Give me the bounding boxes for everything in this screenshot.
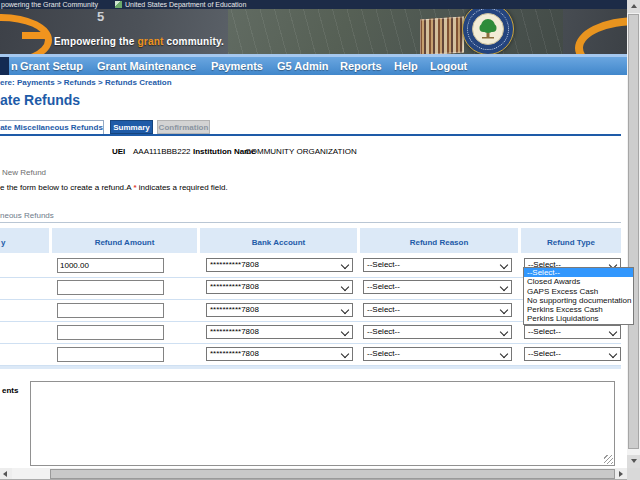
refund-type-select[interactable]: --Select--	[524, 347, 621, 361]
banner-top-strip: powering the Grant Community United Stat…	[0, 0, 627, 9]
tab-summary[interactable]: Summary	[110, 120, 153, 134]
nav-item-help[interactable]: Help	[394, 57, 418, 75]
arrow-up-icon	[631, 4, 637, 8]
refund-reason-select[interactable]: --Select--	[363, 347, 512, 361]
scroll-right-button[interactable]	[615, 468, 627, 479]
col-header-bank-account: Bank Account	[200, 228, 357, 253]
col-header-refund-amount: Refund Amount	[52, 228, 197, 253]
institution-name-value: COMMUNITY ORGANIZATION	[245, 147, 357, 156]
col-header-cut: y	[0, 228, 49, 253]
nav-item-grant-setup[interactable]: Grant Setup	[20, 57, 83, 75]
dropdown-option[interactable]: --Select--	[524, 268, 633, 277]
nav-item-reports[interactable]: Reports	[340, 57, 382, 75]
chevron-down-icon	[341, 350, 349, 358]
bank-account-select[interactable]: **********7808	[206, 347, 353, 361]
dropdown-option[interactable]: GAPS Excess Cash	[524, 287, 633, 296]
scroll-down-button[interactable]	[627, 455, 640, 468]
breadcrumb: ere: Payments > Refunds > Refunds Creati…	[0, 78, 172, 87]
comments-textarea[interactable]	[30, 381, 615, 466]
chevron-down-icon	[341, 306, 349, 314]
grid-bottom-bar	[0, 366, 621, 369]
tab-confirmation: Confirmation	[157, 120, 210, 134]
banner: powering the Grant Community United Stat…	[0, 0, 627, 57]
scroll-up-button[interactable]	[627, 0, 640, 13]
chevron-down-icon	[609, 350, 617, 358]
banner-left-panel: 5 Empowering the grant community.	[0, 9, 228, 54]
arrow-down-icon	[631, 459, 637, 463]
chevron-down-icon	[500, 306, 508, 314]
refund-amount-input[interactable]	[57, 280, 164, 295]
chevron-down-icon	[341, 283, 349, 291]
banner-image: 5 Empowering the grant community.	[0, 9, 627, 54]
arrow-left-icon	[3, 471, 7, 477]
chevron-down-icon	[609, 328, 617, 336]
form-hint: e the form below to create a refund.A * …	[0, 183, 228, 192]
nav-left-block	[0, 57, 9, 75]
refund-reason-select[interactable]: --Select--	[363, 303, 512, 317]
vertical-scrollbar-thumb[interactable]	[628, 14, 639, 449]
refund-reason-select[interactable]: --Select--	[363, 258, 512, 272]
nav-item-logout[interactable]: Logout	[430, 57, 467, 75]
refund-amount-input[interactable]	[57, 325, 164, 340]
miscellaneous-refunds-title: neous Refunds	[0, 211, 54, 220]
banner-doe-text: United States Department of Education	[125, 0, 246, 9]
new-refund-section-title: New Refund	[2, 168, 46, 177]
refund-amount-input[interactable]	[57, 347, 164, 362]
comments-label: ents	[2, 386, 18, 395]
nav-item-grant-maintenance[interactable]: Grant Maintenance	[97, 57, 196, 75]
scroll-left-button[interactable]	[0, 468, 12, 479]
banner-community-text: powering the Grant Community	[1, 0, 98, 9]
refund-amount-input[interactable]	[57, 303, 164, 318]
bank-account-select[interactable]: **********7808	[206, 325, 353, 339]
tab-underline	[0, 134, 621, 136]
nav-item-main-cut[interactable]: n	[11, 57, 18, 75]
col-header-refund-reason: Refund Reason	[360, 228, 518, 253]
textarea-resize-grip-icon[interactable]	[604, 455, 613, 464]
g5-logo-crossbar	[22, 32, 47, 39]
chevron-down-icon	[500, 261, 508, 269]
page-title: ate Refunds	[0, 92, 80, 108]
chevron-down-icon	[500, 328, 508, 336]
department-of-education-seal-icon	[462, 9, 514, 54]
bank-account-select[interactable]: **********7808	[206, 280, 353, 294]
vertical-scrollbar[interactable]	[627, 0, 640, 468]
dropdown-option[interactable]: Perkins Liquidations	[524, 314, 633, 323]
arrow-right-icon	[619, 471, 623, 477]
horizontal-scrollbar-thumb[interactable]	[50, 469, 615, 479]
uei-value: AAA111BBB222	[133, 147, 191, 156]
tab-create-miscellaneous-refunds[interactable]: ate Miscellaneous Refunds	[0, 120, 104, 134]
dropdown-option[interactable]: Closed Awards	[524, 277, 633, 286]
bookshelf-photo	[420, 16, 464, 54]
bank-account-select[interactable]: **********7808	[206, 258, 353, 272]
chevron-down-icon	[341, 261, 349, 269]
chevron-down-icon	[500, 283, 508, 291]
dropdown-option[interactable]: Perkins Excess Cash	[524, 305, 633, 314]
refund-reason-select[interactable]: --Select--	[363, 325, 512, 339]
section-rule	[0, 222, 621, 223]
chevron-down-icon	[341, 328, 349, 336]
chevron-down-icon	[500, 350, 508, 358]
bank-account-select[interactable]: **********7808	[206, 303, 353, 317]
dropdown-option[interactable]: No supporting documentation	[524, 296, 633, 305]
refund-type-dropdown-list: --Select-- Closed Awards GAPS Excess Cas…	[523, 267, 634, 325]
scrollbar-corner	[627, 468, 640, 480]
row-divider	[0, 343, 621, 344]
uei-label: UEI	[112, 147, 125, 156]
main-nav: n Grant Setup Grant Maintenance Payments…	[0, 57, 627, 75]
nav-item-payments[interactable]: Payments	[211, 57, 263, 75]
horizontal-scrollbar[interactable]	[0, 468, 627, 479]
nav-item-g5-admin[interactable]: G5 Admin	[277, 57, 329, 75]
banner-tagline: Empowering the grant community.	[54, 36, 224, 47]
refund-type-select[interactable]: --Select--	[524, 325, 621, 339]
col-header-refund-type: Refund Type	[521, 228, 621, 253]
doe-mini-logo-icon	[115, 1, 122, 8]
refund-amount-input[interactable]	[57, 258, 164, 273]
g5-application-window: powering the Grant Community United Stat…	[0, 0, 640, 480]
g5-logo-five: 5	[97, 9, 104, 24]
refund-reason-select[interactable]: --Select--	[363, 280, 512, 294]
